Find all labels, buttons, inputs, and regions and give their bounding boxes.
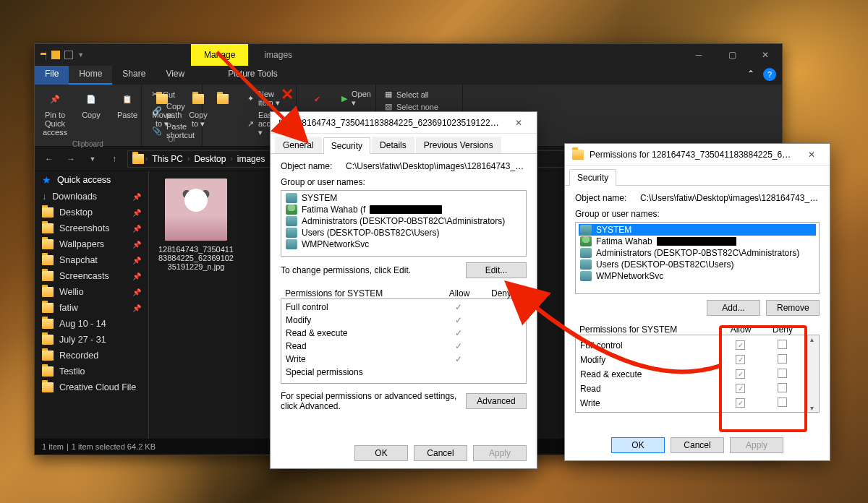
ribbon-moveto[interactable]: Move to ▾ bbox=[148, 87, 176, 135]
allow-checkbox[interactable] bbox=[736, 340, 745, 350]
sidebar-item[interactable]: Aug 10 - 14 bbox=[35, 316, 148, 332]
minimize-button[interactable]: ─ bbox=[682, 44, 715, 66]
deny-checkbox[interactable] bbox=[778, 383, 787, 392]
allow-checkbox[interactable] bbox=[736, 398, 745, 408]
nav-forward[interactable]: → bbox=[62, 150, 80, 168]
sidebar-item[interactable]: Recorded bbox=[35, 348, 148, 364]
maximize-button[interactable]: ▢ bbox=[715, 44, 749, 66]
tab-security[interactable]: Security bbox=[323, 137, 370, 154]
allow-checkbox[interactable] bbox=[736, 369, 745, 379]
user-list-item[interactable]: SYSTEM bbox=[284, 192, 523, 204]
ribbon-open[interactable]: ▶Open ▾ bbox=[339, 89, 374, 108]
sidebar-item-label: Wallpapers bbox=[59, 239, 104, 249]
ribbon-selectnone[interactable]: ▧Select none bbox=[382, 101, 456, 112]
qat-undo-icon[interactable] bbox=[64, 51, 73, 59]
user-list-item[interactable]: WMPNetworkSvc bbox=[579, 270, 816, 282]
menu-file[interactable]: File bbox=[35, 66, 69, 85]
apply-button[interactable]: Apply bbox=[473, 445, 527, 461]
add-button[interactable]: Add... bbox=[707, 300, 760, 316]
sidebar-item[interactable]: Snapchat📌 bbox=[35, 252, 148, 268]
group-icon bbox=[580, 248, 592, 258]
ribbon-selectall[interactable]: ▦Select all bbox=[382, 89, 456, 100]
sidebar-item-label: Recorded bbox=[59, 351, 98, 361]
user-list-item[interactable]: Users (DESKTOP-0BST82C\Users) bbox=[284, 227, 523, 238]
sidebar-item[interactable]: Desktop📌 bbox=[35, 205, 148, 220]
user-list-item[interactable]: Administrators (DESKTOP-0BST82C\Administ… bbox=[579, 247, 816, 259]
deny-checkbox[interactable] bbox=[778, 340, 787, 349]
qat-save-icon[interactable] bbox=[51, 51, 60, 59]
ribbon-newitem[interactable]: ✦New item ▾ bbox=[244, 89, 290, 108]
sidebar-item-label: Screencasts bbox=[59, 271, 109, 281]
user-list-item[interactable]: WMPNetworkSvc bbox=[284, 238, 523, 250]
ribbon-newfolder[interactable] bbox=[208, 87, 237, 145]
crumb-images[interactable]: images bbox=[234, 154, 268, 164]
ribbon-paste[interactable]: 📋Paste bbox=[113, 87, 142, 140]
apply-button[interactable]: Apply bbox=[730, 437, 783, 453]
deny-checkbox[interactable] bbox=[778, 354, 787, 364]
qat-dropdown-icon[interactable]: ▼ bbox=[77, 51, 84, 59]
cancel-button[interactable]: Cancel bbox=[414, 445, 467, 461]
help-icon[interactable]: ? bbox=[763, 68, 776, 81]
menu-home[interactable]: Home bbox=[69, 66, 112, 85]
sidebar-item[interactable]: Creative Cloud File bbox=[35, 379, 148, 395]
folder-icon bbox=[42, 207, 54, 218]
cancel-button[interactable]: Cancel bbox=[671, 437, 724, 453]
close-button[interactable]: ✕ bbox=[508, 118, 529, 128]
allow-checkbox[interactable] bbox=[736, 355, 745, 364]
file-thumb[interactable]: 128164743_735041183884225_62369102351912… bbox=[156, 179, 236, 271]
users-listbox[interactable]: SYSTEMFatima Wahab (fAdministrators (DES… bbox=[281, 190, 527, 257]
user-list-item[interactable]: Users (DESKTOP-0BST82C\Users) bbox=[579, 259, 816, 270]
menu-share[interactable]: Share bbox=[112, 66, 156, 85]
nav-up[interactable]: ↑ bbox=[106, 150, 123, 168]
permission-name: Special permissions bbox=[286, 367, 438, 377]
nav-back[interactable]: ← bbox=[41, 150, 58, 168]
user-list-item[interactable]: Fatima Wahab (f bbox=[284, 204, 523, 215]
menu-picture-tools[interactable]: Picture Tools bbox=[218, 66, 287, 85]
user-icon bbox=[580, 236, 592, 246]
close-button[interactable]: ✕ bbox=[749, 44, 782, 66]
sidebar-item[interactable]: ↓Downloads📌 bbox=[35, 189, 148, 205]
sidebar-item[interactable]: Screenshots📌 bbox=[35, 220, 148, 236]
sidebar-item[interactable]: Wellio📌 bbox=[35, 284, 148, 300]
advanced-button[interactable]: Advanced bbox=[466, 393, 527, 409]
allow-checkbox[interactable] bbox=[736, 384, 745, 393]
ok-button[interactable]: OK bbox=[611, 437, 665, 453]
sidebar-item-label: Downloads bbox=[52, 192, 97, 202]
sidebar-item[interactable]: fatiw📌 bbox=[35, 300, 148, 316]
deny-checkbox[interactable] bbox=[778, 369, 787, 378]
remove-button[interactable]: Remove bbox=[766, 300, 820, 316]
window-title: images bbox=[264, 50, 292, 60]
crumb-thispc[interactable]: This PC bbox=[149, 154, 186, 164]
edit-button[interactable]: Edit... bbox=[466, 262, 527, 278]
ribbon-pin[interactable]: 📌Pin to Quick access bbox=[41, 87, 69, 140]
menu-view[interactable]: View bbox=[156, 66, 195, 85]
sidebar-item[interactable]: Wallpapers📌 bbox=[35, 236, 148, 252]
sidebar-quick-access[interactable]: ★Quick access bbox=[35, 171, 148, 189]
sidebar-item[interactable]: July 27 - 31 bbox=[35, 332, 148, 348]
tab-previous-versions[interactable]: Previous Versions bbox=[416, 137, 501, 153]
group-users-label: Group or user names: bbox=[281, 177, 527, 187]
quick-access-toolbar: | ▼ bbox=[35, 50, 90, 60]
group-icon bbox=[286, 228, 297, 238]
tab-security[interactable]: Security bbox=[569, 169, 616, 186]
user-list-item[interactable]: Administrators (DESKTOP-0BST82C\Administ… bbox=[284, 215, 523, 227]
crumb-desktop[interactable]: Desktop bbox=[191, 154, 229, 164]
tab-general[interactable]: General bbox=[275, 137, 322, 153]
scrollbar[interactable] bbox=[807, 335, 819, 412]
ribbon-collapse-icon[interactable]: ⌃ bbox=[741, 66, 760, 85]
nav-recent[interactable]: ▼ bbox=[84, 150, 101, 168]
deny-checkbox[interactable] bbox=[778, 397, 787, 407]
sidebar-item[interactable]: Testlio bbox=[35, 364, 148, 379]
tab-details[interactable]: Details bbox=[372, 137, 414, 153]
contextual-tab-manage[interactable]: Manage bbox=[191, 44, 248, 66]
user-list-item[interactable]: SYSTEM bbox=[579, 224, 816, 236]
ok-button[interactable]: OK bbox=[354, 445, 408, 461]
sidebar-item-label: Wellio bbox=[59, 287, 84, 297]
folder-icon bbox=[42, 335, 54, 345]
close-button[interactable]: ✕ bbox=[801, 150, 822, 160]
users-listbox[interactable]: SYSTEMFatima WahabAdministrators (DESKTO… bbox=[575, 222, 820, 294]
ribbon-copy[interactable]: 📄Copy bbox=[77, 87, 106, 140]
user-list-item[interactable]: Fatima Wahab bbox=[579, 236, 816, 247]
user-label: Administrators (DESKTOP-0BST82C\Administ… bbox=[302, 216, 505, 226]
sidebar-item[interactable]: Screencasts📌 bbox=[35, 268, 148, 284]
